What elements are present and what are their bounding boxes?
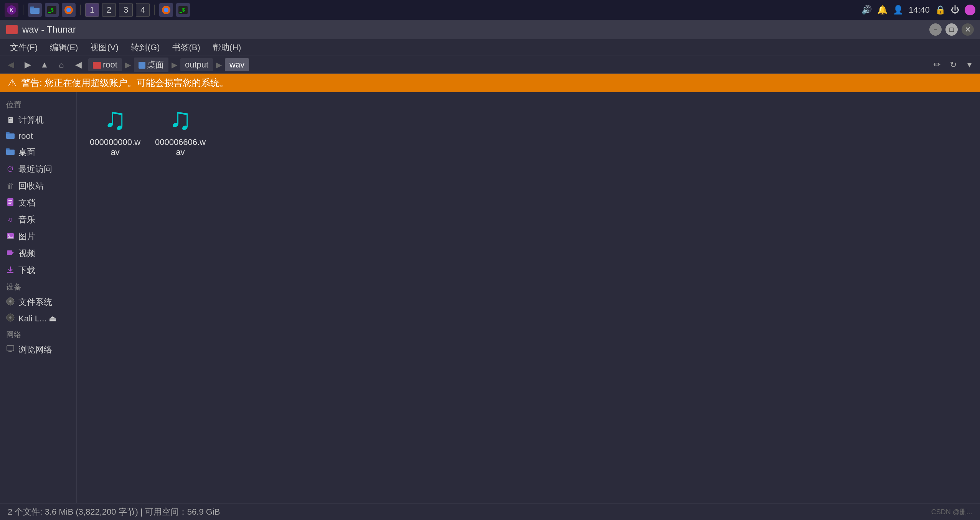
- workspace-2-btn[interactable]: 2: [102, 3, 116, 17]
- menu-file[interactable]: 文件(F): [5, 39, 43, 56]
- titlebar: wav - Thunar － □ ✕: [0, 20, 980, 39]
- root-folder-icon: [93, 62, 101, 69]
- kali-icon[interactable]: K: [5, 3, 18, 17]
- close-button[interactable]: ✕: [962, 23, 974, 36]
- breadcrumb-sep1: ▶: [125, 60, 131, 69]
- firefox-taskbar-icon[interactable]: [62, 3, 76, 17]
- main-content: 位置 🖥 计算机 root 桌面 ⏱ 最近访问: [0, 92, 980, 503]
- svg-point-9: [164, 8, 168, 12]
- wav2-icon: ♫: [169, 104, 192, 134]
- sidebar-item-browse-network[interactable]: 浏览网络: [0, 341, 76, 358]
- sidebar-label-computer: 计算机: [18, 114, 44, 126]
- home-button[interactable]: ⌂: [54, 58, 68, 71]
- warning-icon: ⚠: [8, 77, 16, 89]
- music-icon: ♫: [6, 215, 15, 225]
- sidebar-label-recent: 最近访问: [18, 163, 52, 175]
- workspace-3-btn[interactable]: 3: [119, 3, 133, 17]
- sidebar-item-filesystem[interactable]: 文件系统: [0, 294, 76, 311]
- edit-path-button[interactable]: ✏: [930, 58, 944, 71]
- statusbar-branding: CSDN @删...: [931, 507, 972, 517]
- window-title: wav - Thunar: [22, 24, 76, 35]
- menu-goto[interactable]: 转到(G): [125, 39, 165, 56]
- titlebar-controls: － □ ✕: [929, 23, 974, 36]
- sidebar-label-filesystem: 文件系统: [18, 296, 52, 308]
- menubar: 文件(F) 编辑(E) 视图(V) 转到(G) 书签(B) 帮助(H): [0, 39, 980, 56]
- sidebar-item-downloads[interactable]: 下载: [0, 262, 76, 279]
- menu-edit[interactable]: 编辑(E): [45, 39, 83, 56]
- back-button[interactable]: ◀: [4, 58, 18, 71]
- svg-rect-12: [6, 133, 15, 139]
- toggle-button[interactable]: ▾: [962, 58, 976, 71]
- svg-rect-3: [30, 7, 34, 8]
- workspace-4-btn[interactable]: 4: [136, 3, 150, 17]
- sidebar: 位置 🖥 计算机 root 桌面 ⏱ 最近访问: [0, 92, 77, 503]
- taskbar: K _$ 1 2 3 4 _$ 🔊 🔔 👤 14:40 🔒 ⏻: [0, 0, 980, 20]
- file-manager-taskbar-icon[interactable]: [28, 3, 42, 17]
- sidebar-label-downloads: 下载: [18, 265, 35, 276]
- sidebar-item-desktop[interactable]: 桌面: [0, 144, 76, 161]
- sidebar-label-root: root: [18, 131, 33, 141]
- svg-point-30: [9, 316, 12, 319]
- menu-view[interactable]: 视图(V): [85, 39, 124, 56]
- warning-banner: ⚠ 警告: 您正在使用超级账户。可能会损害您的系统。: [0, 74, 980, 92]
- trash-icon: 🗑: [6, 182, 15, 191]
- taskbar-separator2: [80, 5, 81, 15]
- svg-rect-2: [30, 8, 40, 14]
- up-button[interactable]: ▲: [38, 58, 51, 71]
- videos-icon: [6, 249, 15, 258]
- wav1-name: 000000000.wav: [87, 137, 143, 157]
- svg-text:K: K: [10, 7, 14, 13]
- window: wav - Thunar － □ ✕ 文件(F) 编辑(E) 视图(V) 转到(…: [0, 20, 980, 520]
- browse-network-icon: [6, 345, 15, 355]
- warning-text: 警告: 您正在使用超级账户。可能会损害您的系统。: [21, 77, 229, 89]
- statusbar: 2 个文件: 3.6 MiB (3,822,200 字节) | 可用空间：56.…: [0, 503, 980, 520]
- sidebar-item-videos[interactable]: 视频: [0, 245, 76, 262]
- svg-text:_$: _$: [48, 7, 54, 13]
- terminal2-taskbar-icon[interactable]: _$: [176, 3, 190, 17]
- sidebar-section-devices: 设备: [0, 279, 76, 294]
- pictures-icon: [6, 232, 15, 242]
- taskbar-lock-icon[interactable]: 🔒: [935, 5, 945, 15]
- menu-bookmarks[interactable]: 书签(B): [167, 39, 206, 56]
- sidebar-item-kali[interactable]: Kali L... ⏏: [0, 311, 76, 326]
- breadcrumb-desktop[interactable]: 桌面: [134, 58, 168, 72]
- taskbar-speaker-icon[interactable]: 🔊: [861, 5, 872, 15]
- maximize-button[interactable]: □: [945, 23, 958, 36]
- menu-help[interactable]: 帮助(H): [207, 39, 247, 56]
- sidebar-item-computer[interactable]: 🖥 计算机: [0, 112, 76, 128]
- forward-button[interactable]: ▶: [21, 58, 35, 71]
- filesystem-icon: [6, 297, 15, 308]
- file-item-wav2[interactable]: ♫ 000006606.wav: [150, 100, 211, 165]
- svg-point-7: [66, 8, 71, 12]
- nav-left-button[interactable]: ◀: [71, 58, 85, 71]
- sidebar-item-trash[interactable]: 🗑 回收站: [0, 178, 76, 194]
- minimize-button[interactable]: －: [929, 23, 942, 36]
- svg-text:♫: ♫: [7, 216, 13, 223]
- addressbar-right: ✏ ↻ ▾: [930, 58, 976, 71]
- sidebar-item-pictures[interactable]: 图片: [0, 228, 76, 245]
- sidebar-item-music[interactable]: ♫ 音乐: [0, 211, 76, 228]
- breadcrumb-output[interactable]: output: [180, 58, 213, 71]
- reload-button[interactable]: ↻: [946, 58, 960, 71]
- sidebar-item-documents[interactable]: 文档: [0, 194, 76, 211]
- svg-rect-13: [6, 132, 10, 134]
- terminal-taskbar-icon[interactable]: _$: [45, 3, 59, 17]
- svg-text:_$: _$: [179, 7, 185, 13]
- documents-icon: [6, 198, 15, 208]
- svg-rect-24: [7, 250, 12, 255]
- sidebar-item-root[interactable]: root: [0, 128, 76, 144]
- purple-dot-icon[interactable]: [965, 5, 975, 15]
- titlebar-left: wav - Thunar: [6, 24, 76, 35]
- taskbar-power-icon[interactable]: ⏻: [951, 5, 959, 15]
- recent-icon: ⏱: [6, 165, 15, 174]
- file-area: ♫ 000000000.wav ♫ 000006606.wav: [77, 92, 980, 503]
- workspace-1-btn[interactable]: 1: [85, 3, 99, 17]
- sidebar-item-recent[interactable]: ⏱ 最近访问: [0, 161, 76, 178]
- taskbar-bell-icon[interactable]: 🔔: [877, 5, 888, 15]
- breadcrumb-wav[interactable]: wav: [225, 58, 249, 71]
- svg-rect-31: [7, 346, 14, 351]
- svg-point-22: [8, 234, 10, 236]
- firefox2-taskbar-icon[interactable]: [159, 3, 173, 17]
- breadcrumb-root[interactable]: root: [88, 58, 122, 71]
- file-item-wav1[interactable]: ♫ 000000000.wav: [84, 100, 146, 165]
